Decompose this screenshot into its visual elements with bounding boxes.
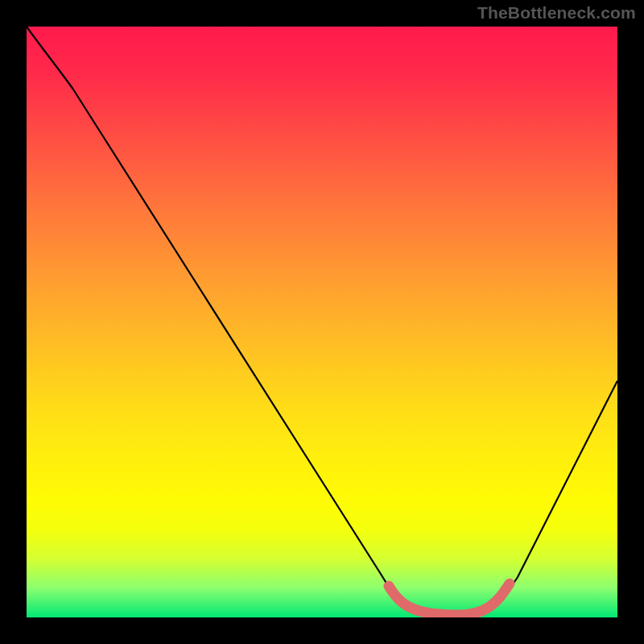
chart-svg bbox=[27, 27, 617, 617]
watermark-text: TheBottleneck.com bbox=[477, 3, 636, 23]
bottleneck-curve-line bbox=[27, 27, 617, 615]
chart-container: TheBottleneck.com bbox=[0, 0, 644, 644]
optimal-range-marker bbox=[389, 584, 510, 615]
